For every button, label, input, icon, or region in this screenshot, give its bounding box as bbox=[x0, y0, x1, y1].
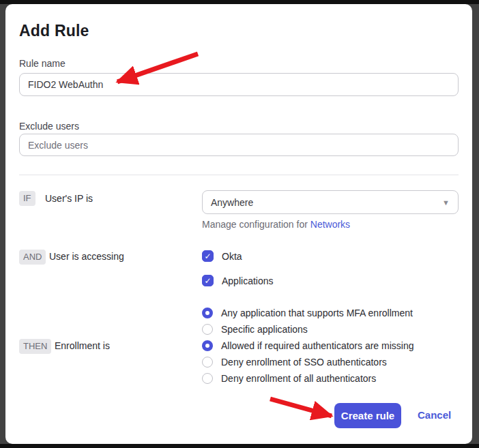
radio-allowed-if-missing[interactable] bbox=[202, 340, 213, 351]
applications-checkbox[interactable]: ✓ bbox=[202, 275, 214, 286]
then-label: Enrollment is bbox=[55, 340, 110, 351]
network-helper: Manage configuration for Networks bbox=[202, 219, 350, 230]
radio-row: Deny enrollment of all authenticators bbox=[202, 373, 376, 384]
and-label: User is accessing bbox=[49, 251, 124, 262]
networks-link[interactable]: Networks bbox=[310, 219, 350, 230]
radio-row: Deny enrollment of SSO authenticators bbox=[202, 357, 387, 368]
check-icon: ✓ bbox=[204, 277, 211, 285]
and-badge: AND bbox=[19, 250, 46, 265]
radio-specific-applications[interactable] bbox=[202, 324, 213, 335]
radio-any-application[interactable] bbox=[202, 308, 213, 318]
radio-deny-all[interactable] bbox=[202, 373, 213, 384]
applications-checkbox-label: Applications bbox=[222, 275, 274, 286]
then-badge: THEN bbox=[19, 339, 51, 354]
network-select[interactable]: Anywhere ▼ bbox=[202, 190, 459, 214]
radio-label: Specific applications bbox=[221, 324, 308, 335]
radio-label: Deny enrollment of SSO authenticators bbox=[221, 357, 387, 368]
chevron-down-icon: ▼ bbox=[442, 198, 450, 207]
cancel-button[interactable]: Cancel bbox=[418, 409, 451, 421]
okta-checkbox[interactable]: ✓ bbox=[202, 250, 214, 262]
rule-name-input[interactable] bbox=[19, 73, 459, 96]
rule-name-label: Rule name bbox=[19, 58, 66, 69]
create-rule-button[interactable]: Create rule bbox=[334, 403, 401, 428]
checkbox-row-okta: ✓ Okta bbox=[202, 250, 242, 262]
radio-deny-sso[interactable] bbox=[202, 357, 213, 368]
radio-row: Any application that supports MFA enroll… bbox=[202, 308, 413, 318]
okta-checkbox-label: Okta bbox=[222, 251, 242, 262]
checkbox-row-applications: ✓ Applications bbox=[202, 275, 274, 286]
network-select-value: Anywhere bbox=[211, 197, 253, 208]
exclude-users-input[interactable] bbox=[19, 134, 459, 156]
exclude-users-label: Exclude users bbox=[19, 121, 79, 132]
screenshot-frame: Add Rule Rule name Exclude users IF User… bbox=[0, 0, 479, 448]
add-rule-dialog: Add Rule Rule name Exclude users IF User… bbox=[5, 4, 472, 444]
radio-label: Deny enrollment of all authenticators bbox=[221, 373, 376, 384]
radio-row: Allowed if required authenticators are m… bbox=[202, 340, 413, 351]
if-badge: IF bbox=[19, 191, 35, 206]
dialog-title: Add Rule bbox=[19, 22, 89, 40]
if-label: User's IP is bbox=[45, 193, 93, 204]
radio-label: Allowed if required authenticators are m… bbox=[221, 340, 413, 351]
section-divider bbox=[19, 175, 459, 175]
radio-row: Specific applications bbox=[202, 324, 308, 335]
check-icon: ✓ bbox=[204, 252, 211, 260]
radio-label: Any application that supports MFA enroll… bbox=[221, 308, 413, 318]
network-helper-text: Manage configuration for bbox=[202, 219, 310, 230]
